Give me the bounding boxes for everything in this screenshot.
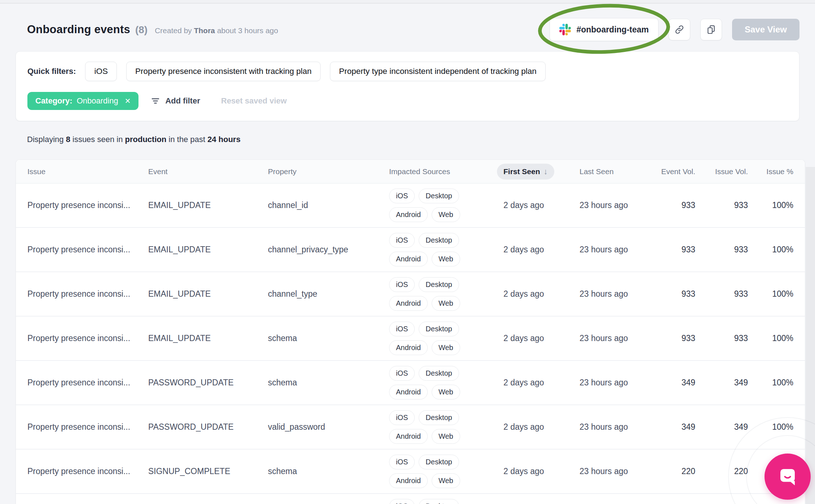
quick-filter-property-presence[interactable]: Property presence inconsistent with trac… xyxy=(126,62,321,81)
quick-filter-property-type[interactable]: Property type inconsistent independent o… xyxy=(330,62,546,81)
event-cell: EMAIL_UPDATE xyxy=(148,200,268,210)
column-header-last-seen[interactable]: Last Seen xyxy=(580,167,652,176)
reset-saved-view-button[interactable]: Reset saved view xyxy=(221,96,287,106)
table-row[interactable]: Property presence inconsi... EMAIL_UPDAT… xyxy=(16,184,805,227)
column-header-event[interactable]: Event xyxy=(148,167,268,176)
source-tag: iOS xyxy=(389,277,415,292)
table-row[interactable]: Property presence inconsi... SIGNUP_COMP… xyxy=(16,449,805,493)
source-tag: Android xyxy=(389,473,428,488)
column-header-issue-pct[interactable]: Issue % xyxy=(748,167,793,176)
event-cell: EMAIL_UPDATE xyxy=(148,245,268,255)
property-cell: schema xyxy=(268,378,389,388)
impacted-sources-cell: iOSDesktopAndroidWeb xyxy=(389,450,503,493)
source-tag: Desktop xyxy=(419,233,459,248)
issue-cell: Property presence inconsi... xyxy=(27,289,148,299)
issue-cell: Property presence inconsi... xyxy=(27,333,148,343)
last-seen-cell: 23 hours ago xyxy=(580,467,652,476)
event-vol-cell: 349 xyxy=(652,422,695,432)
property-cell: schema xyxy=(268,467,389,476)
source-tag: Android xyxy=(389,385,428,399)
scrollbar-track[interactable] xyxy=(806,167,815,504)
source-tag: Android xyxy=(389,340,428,355)
issue-vol-cell: 220 xyxy=(695,467,748,476)
source-tag: Web xyxy=(432,252,460,266)
created-by-text: Created by Thora about 3 hours ago xyxy=(155,26,278,35)
source-tag: Desktop xyxy=(419,455,459,469)
last-seen-cell: 23 hours ago xyxy=(580,378,652,388)
sort-descending-icon: ↓ xyxy=(544,167,548,176)
quick-filter-ios[interactable]: iOS xyxy=(85,62,117,81)
issue-cell: Property presence inconsi... xyxy=(27,467,148,476)
event-vol-cell: 349 xyxy=(652,378,695,388)
copy-link-button[interactable] xyxy=(669,19,690,40)
column-header-issue[interactable]: Issue xyxy=(27,167,148,176)
chat-widget-button[interactable] xyxy=(765,454,811,500)
add-filter-button[interactable]: Add filter xyxy=(151,96,200,106)
category-filter-chip[interactable]: Category: Onboarding ✕ xyxy=(27,92,138,110)
issue-vol-cell: 933 xyxy=(695,333,748,343)
column-header-issue-vol[interactable]: Issue Vol. xyxy=(695,167,748,176)
event-vol-cell: 933 xyxy=(652,200,695,210)
first-seen-cell: 2 days ago xyxy=(503,333,580,343)
impacted-sources-cell: iOSDesktopAndroidWeb xyxy=(389,494,503,504)
source-tag: Web xyxy=(432,385,460,399)
title-block: Onboarding events (8) Created by Thora a… xyxy=(27,23,278,36)
table-row[interactable]: Property presence inconsi... EMAIL_UPDAT… xyxy=(16,271,805,316)
window-top-border xyxy=(0,0,815,4)
source-tag: iOS xyxy=(389,410,415,425)
property-cell: channel_privacy_type xyxy=(268,245,389,255)
column-header-impacted-sources[interactable]: Impacted Sources xyxy=(389,167,503,176)
event-cell: PASSWORD_UPDATE xyxy=(148,422,268,432)
slack-channel-label: #onboarding-team xyxy=(576,25,649,35)
column-header-property[interactable]: Property xyxy=(268,167,389,176)
source-tag: iOS xyxy=(389,189,415,203)
source-tag: Android xyxy=(389,252,428,266)
table-row[interactable]: Property presence inconsi... EMAIL_UPDAT… xyxy=(16,227,805,271)
copy-icon xyxy=(706,25,716,35)
table-row[interactable]: Property presence inconsi... SIGNUP_STAR… xyxy=(16,493,805,504)
first-seen-cell: 2 days ago xyxy=(503,289,580,299)
table-row[interactable]: Property presence inconsi... PASSWORD_UP… xyxy=(16,360,805,404)
source-tag: Desktop xyxy=(419,499,459,504)
column-header-first-seen[interactable]: First Seen ↓ xyxy=(503,164,580,180)
last-seen-cell: 23 hours ago xyxy=(580,333,652,343)
column-header-event-vol[interactable]: Event Vol. xyxy=(652,167,695,176)
impacted-sources-cell: iOSDesktopAndroidWeb xyxy=(389,184,503,227)
first-seen-cell: 2 days ago xyxy=(503,245,580,255)
issue-pct-cell: 100% xyxy=(748,378,793,388)
source-tag: Web xyxy=(432,429,460,444)
issue-cell: Property presence inconsi... xyxy=(27,422,148,432)
source-tag: Desktop xyxy=(419,322,459,336)
impacted-sources-cell: iOSDesktopAndroidWeb xyxy=(389,405,503,449)
issue-pct-cell: 100% xyxy=(748,333,793,343)
source-tag: Android xyxy=(389,429,428,444)
issue-pct-cell: 100% xyxy=(748,245,793,255)
issues-table: Issue Event Property Impacted Sources Fi… xyxy=(16,159,805,504)
issue-vol-cell: 933 xyxy=(695,245,748,255)
event-vol-cell: 220 xyxy=(652,467,695,476)
issue-cell: Property presence inconsi... xyxy=(27,378,148,388)
event-cell: EMAIL_UPDATE xyxy=(148,289,268,299)
chip-close-icon[interactable]: ✕ xyxy=(125,97,131,105)
event-vol-cell: 933 xyxy=(652,245,695,255)
source-tag: Desktop xyxy=(419,366,459,381)
save-view-button[interactable]: Save View xyxy=(732,19,799,40)
slack-channel-button[interactable]: #onboarding-team xyxy=(550,18,658,41)
impacted-sources-cell: iOSDesktopAndroidWeb xyxy=(389,272,503,316)
source-tag: iOS xyxy=(389,233,415,248)
issue-pct-cell: 100% xyxy=(748,289,793,299)
duplicate-view-button[interactable] xyxy=(700,19,722,40)
last-seen-cell: 23 hours ago xyxy=(580,289,652,299)
source-tag: iOS xyxy=(389,366,415,381)
chat-bubble-icon xyxy=(776,465,799,488)
table-row[interactable]: Property presence inconsi... EMAIL_UPDAT… xyxy=(16,316,805,360)
property-cell: channel_type xyxy=(268,289,389,299)
first-seen-cell: 2 days ago xyxy=(503,378,580,388)
table-row[interactable]: Property presence inconsi... PASSWORD_UP… xyxy=(16,404,805,449)
issue-pct-cell: 100% xyxy=(748,200,793,210)
page-header: Onboarding events (8) Created by Thora a… xyxy=(0,4,815,41)
source-tag: Desktop xyxy=(419,189,459,203)
last-seen-cell: 23 hours ago xyxy=(580,245,652,255)
results-summary: Displaying 8 issues seen in production i… xyxy=(27,135,788,144)
impacted-sources-cell: iOSDesktopAndroidWeb xyxy=(389,228,503,271)
